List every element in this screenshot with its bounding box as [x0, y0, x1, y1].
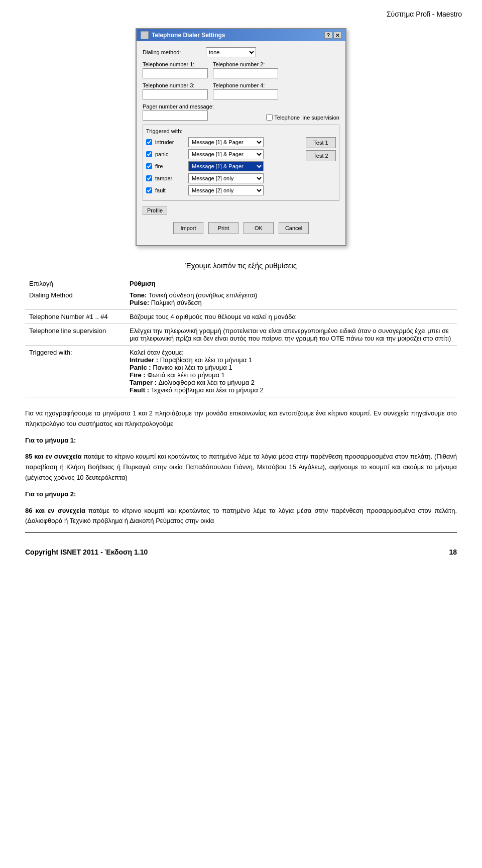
trigger-checkbox-intruder[interactable]: [146, 139, 152, 145]
tel-supervision-label: Telephone line supervision: [274, 115, 339, 121]
trigger-select-panic[interactable]: Message [1] & PagerMessage [2] onlyMessa…: [188, 149, 264, 159]
para-1: Για να ηχογραφήσουμε τα μηνύματα 1 και 2…: [25, 408, 457, 429]
tel2-group: Telephone number 2:: [213, 61, 278, 78]
cancel-button[interactable]: Cancel: [279, 222, 309, 234]
triggers-list: intruderMessage [1] & PagerMessage [2] o…: [146, 137, 302, 197]
bold-86: 86 και εν συνεχεία: [25, 507, 85, 514]
footer-divider: [25, 532, 457, 533]
para-5: 86 και εν συνεχεία πατάμε το κίτρινο κου…: [25, 506, 457, 527]
test1-button[interactable]: Test 1: [306, 137, 336, 148]
settings-table: Επιλογή Ρύθμιση Dialing MethodTone: Τονι…: [25, 278, 457, 398]
para-4: Για το μήνυμα 2:: [25, 489, 457, 500]
tel1-input[interactable]: [143, 68, 208, 78]
print-button[interactable]: Print: [208, 222, 238, 234]
dialog-wrapper: Telephone Dialer Settings ? ✕ Dialing me…: [20, 28, 462, 246]
trigger-select-intruder[interactable]: Message [1] & PagerMessage [2] onlyMessa…: [188, 137, 264, 147]
settings-row-2: Telephone line supervisionΕλέγχει την τη…: [25, 325, 457, 344]
trigger-row-fault: faultMessage [1] & PagerMessage [2] only…: [146, 185, 302, 195]
trigger-row-intruder: intruderMessage [1] & PagerMessage [2] o…: [146, 137, 302, 147]
para-3: 85 και εν συνεχεία πατάμε το κίτρινο κου…: [25, 452, 457, 483]
tel3-label: Telephone number 3:: [143, 82, 208, 88]
dialog-body: Dialing method: tone pulse Telephone num…: [137, 41, 345, 245]
triggers-and-test: intruderMessage [1] & PagerMessage [2] o…: [146, 137, 336, 197]
trigger-name-tamper: tamper: [155, 175, 185, 181]
settings-row-3: Triggered with:Καλεί όταν έχουμε:Intrude…: [25, 347, 457, 396]
col1-header: Επιλογή: [25, 278, 126, 289]
trigger-select-tamper[interactable]: Message [1] & PagerMessage [2] onlyMessa…: [188, 173, 264, 183]
dialing-method-select[interactable]: tone pulse: [206, 47, 256, 57]
test2-button[interactable]: Test 2: [306, 150, 336, 161]
page-number: 18: [449, 548, 457, 556]
close-button[interactable]: ✕: [333, 32, 341, 39]
tel4-group: Telephone number 4:: [213, 82, 278, 99]
trigger-checkbox-fire[interactable]: [146, 163, 152, 169]
profile-label: Profile: [143, 206, 167, 215]
pager-label: Pager number and message:: [143, 103, 214, 110]
trigger-name-fault: fault: [155, 187, 185, 193]
dialing-method-row: Dialing method: tone pulse: [143, 47, 339, 57]
triggered-section: Triggered with: intruderMessage [1] & Pa…: [143, 125, 339, 201]
tel4-input[interactable]: [213, 89, 278, 99]
settings-option-1: Telephone Number #1 .. #4: [25, 311, 126, 322]
titlebar-left: Telephone Dialer Settings: [141, 31, 225, 39]
titlebar-buttons: ? ✕: [324, 32, 341, 39]
trigger-name-panic: panic: [155, 151, 185, 157]
tel3-group: Telephone number 3:: [143, 82, 208, 99]
trigger-checkbox-tamper[interactable]: [146, 175, 152, 181]
trigger-select-fault[interactable]: Message [1] & PagerMessage [2] onlyMessa…: [188, 185, 264, 195]
tel-supervision-checkbox[interactable]: [266, 114, 273, 121]
import-button[interactable]: Import: [173, 222, 203, 234]
pager-input[interactable]: [143, 111, 208, 121]
triggered-title: Triggered with:: [146, 128, 336, 134]
pager-row: Pager number and message: Telephone line…: [143, 103, 339, 121]
tel3-input[interactable]: [143, 89, 208, 99]
tel2-label: Telephone number 2:: [213, 61, 278, 67]
tel1-label: Telephone number 1:: [143, 61, 208, 67]
trigger-row-tamper: tamperMessage [1] & PagerMessage [2] onl…: [146, 173, 302, 183]
header-title: Σύστημα Profi - Maestro: [387, 10, 462, 18]
settings-option-0: Dialing Method: [25, 289, 126, 308]
ok-button[interactable]: OK: [244, 222, 274, 234]
settings-option-2: Telephone line supervision: [25, 325, 126, 344]
settings-value-2: Ελέγχει την τηλεφωνική γραμμή (προτείνετ…: [126, 325, 457, 344]
settings-value-3: Καλεί όταν έχουμε:Intruder : Παραβίαση κ…: [126, 347, 457, 396]
tel1-group: Telephone number 1:: [143, 61, 208, 78]
settings-option-3: Triggered with:: [25, 347, 126, 396]
tel-34-row: Telephone number 3: Telephone number 4:: [143, 82, 339, 99]
telephone-dialer-dialog: Telephone Dialer Settings ? ✕ Dialing me…: [136, 28, 346, 246]
main-content: Έχουμε λοιπόν τις εξής ρυθμίσεις Επιλογή…: [20, 261, 462, 556]
help-button[interactable]: ?: [324, 32, 332, 39]
trigger-row-panic: panicMessage [1] & PagerMessage [2] only…: [146, 149, 302, 159]
dialog-footer: Import Print OK Cancel: [143, 219, 339, 239]
test-buttons: Test 1 Test 2: [306, 137, 336, 161]
dialing-method-label: Dialing method:: [143, 49, 203, 55]
settings-value-1: Βάζουμε τους 4 αριθμούς που θέλουμε να κ…: [126, 311, 457, 322]
bold-85: 85 και εν συνεχεία: [25, 453, 82, 460]
tel4-label: Telephone number 4:: [213, 82, 278, 88]
col2-header: Ρύθμιση: [126, 278, 457, 289]
tel-12-row: Telephone number 1: Telephone number 2:: [143, 61, 339, 78]
trigger-checkbox-fault[interactable]: [146, 187, 152, 193]
trigger-name-intruder: intruder: [155, 139, 185, 145]
profile-row: Profile: [143, 206, 339, 215]
settings-row-0: Dialing MethodTone: Τονική σύνδεση (συνή…: [25, 289, 457, 308]
settings-value-0: Tone: Τονική σύνδεση (συνήθως επιλέγεται…: [126, 289, 457, 308]
tel2-input[interactable]: [213, 68, 278, 78]
dialog-titlebar: Telephone Dialer Settings ? ✕: [137, 29, 345, 41]
section-title: Έχουμε λοιπόν τις εξής ρυθμίσεις: [25, 261, 457, 270]
copyright: Copyright ISNET 2011 - Έκδοση 1.10: [25, 548, 148, 556]
trigger-checkbox-panic[interactable]: [146, 151, 152, 157]
trigger-select-fire[interactable]: Message [1] & PagerMessage [2] onlyMessa…: [188, 161, 264, 171]
dialog-icon: [141, 31, 149, 39]
trigger-row-fire: fireMessage [1] & PagerMessage [2] onlyM…: [146, 161, 302, 171]
trigger-name-fire: fire: [155, 163, 185, 169]
settings-row-1: Telephone Number #1 .. #4Βάζουμε τους 4 …: [25, 311, 457, 322]
pager-group: Pager number and message:: [143, 103, 214, 121]
tel-supervision-checkbox-label[interactable]: Telephone line supervision: [266, 114, 339, 121]
page-footer: Copyright ISNET 2011 - Έκδοση 1.10 18: [25, 548, 457, 556]
para-2: Για το μήνυμα 1:: [25, 436, 457, 446]
dialog-title: Telephone Dialer Settings: [152, 32, 225, 39]
page-header: Σύστημα Profi - Maestro: [20, 10, 462, 18]
